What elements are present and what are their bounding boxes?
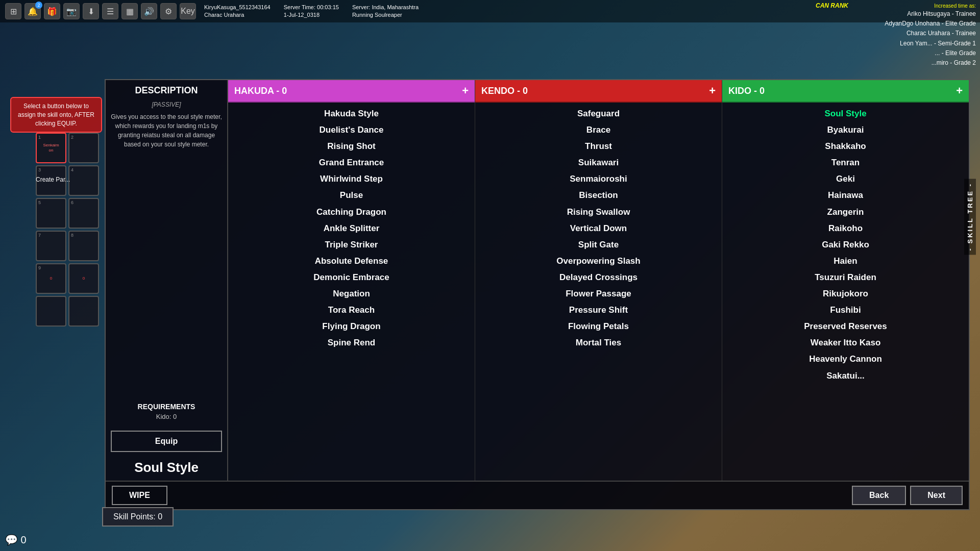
slot-9[interactable]: 9 0 [36, 263, 66, 294]
hakuda-skill-8[interactable]: Ankle Splitter [228, 220, 475, 237]
hakuda-skill-7[interactable]: Catching Dragon [228, 204, 475, 220]
hakuda-skill-1[interactable]: Hakuda Style [228, 106, 475, 122]
bottom-left-area: 💬 0 [5, 534, 27, 546]
kido-skill-10[interactable]: Haien [722, 253, 969, 269]
kendo-header: KENDO - 0 + [475, 80, 722, 103]
char-name: Charac Urahara [204, 11, 271, 19]
kido-header: KIDO - 0 + [722, 80, 969, 103]
kido-skill-1[interactable]: Soul Style [722, 106, 969, 122]
slot-8[interactable]: 8 [68, 231, 99, 261]
hakuda-skill-12[interactable]: Negation [228, 286, 475, 302]
slot-5[interactable]: 5 [36, 198, 66, 229]
kido-skill-14[interactable]: Preserved Reserves [722, 318, 969, 335]
gift-icon[interactable]: 🎁 [44, 3, 60, 19]
kido-skill-6[interactable]: Hainawa [722, 187, 969, 204]
kido-skill-3[interactable]: Shakkaho [722, 138, 969, 155]
slot-2[interactable]: 2 [68, 133, 99, 163]
kendo-skill-2[interactable]: Brace [475, 122, 722, 138]
rank-entry-5: ... - Elite Grade [811, 48, 976, 58]
kendo-skill-12[interactable]: Flower Passage [475, 286, 722, 302]
kido-skill-12[interactable]: Rikujokoro [722, 286, 969, 302]
kendo-skill-10[interactable]: Overpowering Slash [475, 253, 722, 269]
kido-plus[interactable]: + [956, 84, 963, 97]
description-passive: [PASSIVE] [111, 101, 222, 108]
hakuda-skill-6[interactable]: Pulse [228, 187, 475, 204]
selected-skill-name: Soul Style [111, 460, 222, 475]
kido-skill-15[interactable]: Weaker Itto Kaso [722, 335, 969, 351]
equip-button[interactable]: Equip [111, 431, 222, 452]
kido-skill-17[interactable]: Sakatui... [722, 368, 969, 384]
hakuda-header: HAKUDA - 0 + [228, 80, 475, 103]
hakuda-skill-11[interactable]: Demonic Embrace [228, 269, 475, 286]
camera-icon[interactable]: 📷 [63, 3, 80, 19]
kido-skill-list: Soul Style Byakurai Shakkaho Tenran Geki… [722, 103, 969, 481]
volume-icon[interactable]: 🔊 [141, 3, 157, 19]
kido-skill-9[interactable]: Gaki Rekko [722, 237, 969, 253]
kido-skill-8[interactable]: Raikoho [722, 220, 969, 237]
kido-skill-11[interactable]: Tsuzuri Raiden [722, 269, 969, 286]
hakuda-skill-4[interactable]: Grand Entrance [228, 155, 475, 171]
slot-1[interactable]: 1 Senkaimon [36, 133, 66, 163]
download-icon[interactable]: ⬇ [83, 3, 99, 19]
slot-7[interactable]: 7 [36, 231, 66, 261]
slot-4[interactable]: 4 [68, 165, 99, 196]
hakuda-skill-3[interactable]: Rising Shot [228, 138, 475, 155]
hakuda-title: HAKUDA - 0 [234, 86, 287, 96]
kendo-skill-6[interactable]: Bisection [475, 187, 722, 204]
skill-tree-label: - SKILL TREE - [964, 179, 976, 255]
kido-skill-13[interactable]: Fushibi [722, 302, 969, 318]
wipe-button[interactable]: WIPE [112, 486, 167, 505]
server-info: Server Time: 00:03:15 1-Jul-12_0318 [284, 4, 339, 19]
hakuda-skill-14[interactable]: Flying Dragon [228, 318, 475, 335]
settings-icon[interactable]: ⚙ [160, 3, 177, 19]
kido-skill-7[interactable]: Zangerin [722, 204, 969, 220]
kido-skill-4[interactable]: Tenran [722, 155, 969, 171]
kendo-skill-5[interactable]: Senmaioroshi [475, 171, 722, 187]
description-title: DESCRIPTION [111, 85, 222, 96]
server-location-info: Server: India, Maharashtra Running Soulr… [352, 4, 419, 19]
can-rank-label: CAN RANK [811, 2, 848, 9]
kendo-plus[interactable]: + [709, 84, 716, 97]
notification-icon[interactable]: 🔔 2 [24, 3, 41, 19]
next-button[interactable]: Next [910, 486, 963, 505]
kendo-skill-1[interactable]: Safeguard [475, 106, 722, 122]
server-role: Running Soulreaper [352, 11, 419, 19]
kido-skill-2[interactable]: Byakurai [722, 122, 969, 138]
hakuda-skill-13[interactable]: Tora Reach [228, 302, 475, 318]
kendo-skill-9[interactable]: Split Gate [475, 237, 722, 253]
kendo-skill-4[interactable]: Suikawari [475, 155, 722, 171]
columns-area: DESCRIPTION [PASSIVE] Gives you access t… [106, 80, 969, 481]
hakuda-skill-5[interactable]: Whirlwind Step [228, 171, 475, 187]
kendo-skill-7[interactable]: Rising Swallow [475, 204, 722, 220]
player-name: KiryuKasuga_5512343164 [204, 4, 271, 11]
left-sidebar: 1 Senkaimon 2 3 4 5 6 7 8 9 0 [36, 133, 99, 327]
slot-11[interactable] [36, 296, 66, 327]
slot-10[interactable]: 0 [68, 263, 99, 294]
kendo-skill-3[interactable]: Thrust [475, 138, 722, 155]
back-button[interactable]: Back [852, 486, 906, 505]
kendo-skill-14[interactable]: Flowing Petals [475, 318, 722, 335]
key-icon[interactable]: Key [180, 3, 196, 19]
server-date: 1-Jul-12_0318 [284, 11, 339, 19]
kido-skill-16[interactable]: Heavenly Cannon [722, 351, 969, 367]
kido-skill-5[interactable]: Geki [722, 171, 969, 187]
description-text: Gives you access to the soul style meter… [111, 112, 222, 397]
hakuda-skill-10[interactable]: Absolute Defense [228, 253, 475, 269]
hakuda-skill-2[interactable]: Duelist's Dance [228, 122, 475, 138]
server-time: Server Time: 00:03:15 [284, 4, 339, 11]
kendo-skill-11[interactable]: Delayed Crossings [475, 269, 722, 286]
list-icon[interactable]: ☰ [102, 3, 118, 19]
hakuda-skill-15[interactable]: Spine Rend [228, 335, 475, 351]
hakuda-plus[interactable]: + [462, 84, 469, 97]
main-panel: DESCRIPTION [PASSIVE] Gives you access t… [105, 79, 970, 510]
hakuda-skill-9[interactable]: Triple Striker [228, 237, 475, 253]
kendo-skill-13[interactable]: Pressure Shift [475, 302, 722, 318]
create-party[interactable]: Create Par... [36, 176, 70, 183]
slot-6[interactable]: 6 [68, 198, 99, 229]
nav-buttons: Back Next [852, 486, 963, 505]
slot-12[interactable] [68, 296, 99, 327]
chart-icon[interactable]: ▦ [121, 3, 138, 19]
kendo-skill-15[interactable]: Mortal Ties [475, 335, 722, 351]
roblox-icon[interactable]: ⊞ [5, 3, 21, 19]
kendo-skill-8[interactable]: Vertical Down [475, 220, 722, 237]
